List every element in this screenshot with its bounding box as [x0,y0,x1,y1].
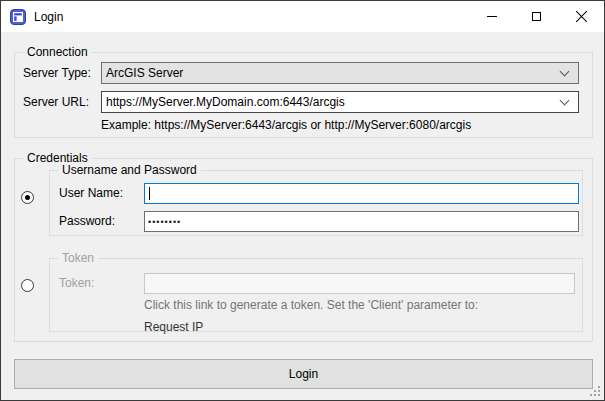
user-name-input[interactable] [144,183,579,204]
minimize-button[interactable] [469,1,514,32]
radio-selected-dot [25,195,30,200]
token-group-label: Token [58,251,98,266]
close-button[interactable] [559,1,604,32]
token-radio[interactable] [21,279,34,292]
server-url-value: https://MyServer.MyDomain.com:6443/arcgi… [102,95,561,109]
token-label: Token: [59,272,94,294]
token-input [144,273,575,294]
token-group: Token [49,258,583,332]
server-type-dropdown[interactable]: ArcGIS Server [101,62,579,84]
server-type-value: ArcGIS Server [102,66,561,80]
server-type-label: Server Type: [23,62,91,84]
minimize-icon [487,16,497,17]
maximize-button[interactable] [514,1,559,32]
chevron-down-icon [560,95,570,105]
app-icon [10,9,26,25]
server-url-example: Example: https://MyServer:6443/arcgis or… [101,114,471,136]
chevron-down-icon [560,66,570,76]
token-hint-link[interactable]: Click this link to generate a token. Set… [144,298,478,312]
password-label: Password: [59,210,115,232]
password-input[interactable] [144,211,579,232]
user-name-label: User Name: [59,182,123,204]
login-dialog: Login Connection Server Type: ArcGIS Ser… [0,0,605,401]
server-url-label: Server URL: [23,91,89,113]
resize-grip[interactable] [589,385,602,398]
client-parameter-value[interactable]: Request IP [144,320,203,334]
window-controls [469,1,604,32]
username-password-group-label: Username and Password [58,163,201,178]
connection-group-label: Connection [23,45,92,60]
text-caret [149,187,150,200]
title-bar[interactable]: Login [1,1,604,32]
username-password-radio[interactable] [21,191,34,204]
server-url-combobox[interactable]: https://MyServer.MyDomain.com:6443/arcgi… [101,91,579,113]
window-title: Login [34,10,63,24]
maximize-icon [532,12,541,21]
login-button[interactable]: Login [14,359,593,389]
close-icon [575,10,588,23]
